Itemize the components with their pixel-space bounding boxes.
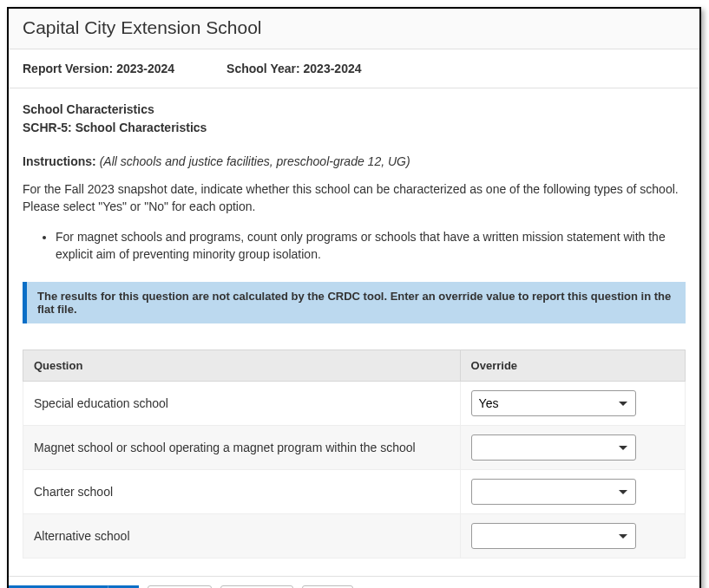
instructions-body: For the Fall 2023 snapshot date, indicat… <box>23 180 686 216</box>
school-year-label: School Year: <box>226 62 300 75</box>
override-select[interactable]: YesNo <box>471 479 636 505</box>
override-cell: YesNo <box>460 470 685 514</box>
report-version-label: Report Version: <box>23 62 113 75</box>
footer-bar: Save & Next Cancel Previous Next <box>9 576 699 588</box>
table-row: Charter school YesNo <box>23 470 686 514</box>
section-group: School Characteristics <box>23 101 686 119</box>
instructions-bullets: For magnet schools and programs, count o… <box>56 228 686 264</box>
meta-row: Report Version: 2023-2024 School Year: 2… <box>9 49 699 88</box>
school-year-value: 2023-2024 <box>304 62 362 75</box>
override-cell: YesNo <box>460 426 685 470</box>
override-select[interactable]: YesNo <box>471 434 636 461</box>
override-cell: YesNo <box>460 514 685 559</box>
table-row: Alternative school YesNo <box>23 514 686 559</box>
header: Capital City Extension School <box>9 9 699 49</box>
question-cell: Alternative school <box>23 514 461 559</box>
override-select-wrap: YesNo <box>471 434 636 461</box>
report-version-value: 2023-2024 <box>116 62 174 75</box>
override-select-wrap: YesNo <box>471 479 636 505</box>
col-header-override: Override <box>460 350 685 382</box>
override-table: Question Override Special education scho… <box>23 350 686 559</box>
instruction-bullet: For magnet schools and programs, count o… <box>56 228 686 264</box>
page-container: Capital City Extension School Report Ver… <box>7 7 701 588</box>
override-cell: YesNo <box>460 382 685 426</box>
instructions-line: Instructions: (All schools and justice f… <box>23 154 686 168</box>
instructions-label: Instructions: <box>23 154 96 168</box>
override-select[interactable]: YesNo <box>471 390 636 416</box>
school-title: Capital City Extension School <box>23 17 686 38</box>
report-version: Report Version: 2023-2024 <box>23 62 174 75</box>
school-year: School Year: 2023-2024 <box>226 62 361 75</box>
override-table-body: Special education school YesNo Magnet sc… <box>23 382 686 559</box>
table-row: Special education school YesNo <box>23 382 686 426</box>
override-select-wrap: YesNo <box>471 390 636 416</box>
question-cell: Magnet school or school operating a magn… <box>23 426 461 470</box>
question-cell: Special education school <box>23 382 461 426</box>
notice-banner: The results for this question are not ca… <box>23 282 686 323</box>
instructions-scope: (All schools and justice facilities, pre… <box>100 154 410 168</box>
content: School Characteristics SCHR-5: School Ch… <box>9 88 699 576</box>
col-header-question: Question <box>23 350 461 382</box>
override-select[interactable]: YesNo <box>471 523 636 549</box>
override-select-wrap: YesNo <box>471 523 636 549</box>
question-cell: Charter school <box>23 470 461 514</box>
section-code-title: SCHR-5: School Characteristics <box>23 119 686 137</box>
table-row: Magnet school or school operating a magn… <box>23 426 686 470</box>
